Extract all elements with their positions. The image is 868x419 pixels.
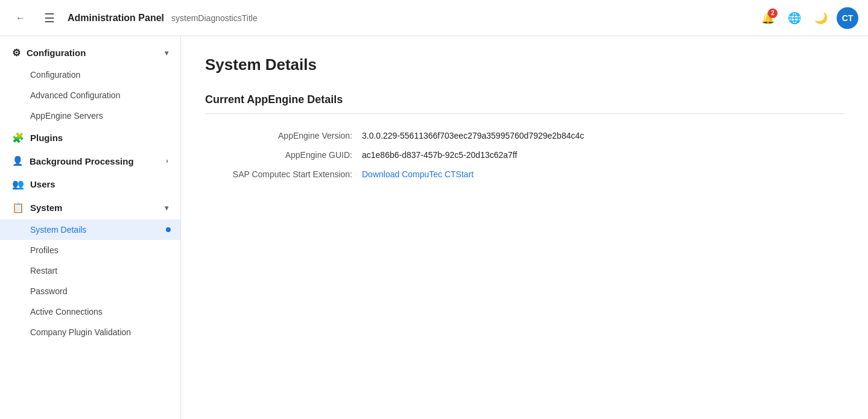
sidebar-item-appengine-servers[interactable]: AppEngine Servers — [0, 106, 180, 126]
configuration-items: Configuration Advanced Configuration App… — [0, 65, 180, 126]
configuration-icon: ⚙ — [12, 47, 21, 58]
detail-label-guid: AppEngine GUID: — [205, 150, 362, 160]
detail-label-ctstart: SAP Computec Start Extension: — [205, 169, 362, 179]
detail-label-version: AppEngine Version: — [205, 131, 362, 140]
system-label: System — [30, 203, 62, 213]
menu-button[interactable]: ☰ — [39, 7, 60, 29]
sidebar-item-system-details[interactable]: System Details — [0, 219, 180, 240]
notification-badge: 2 — [768, 8, 778, 18]
header: ← ☰ Administration Panel systemDiagnosti… — [0, 0, 868, 36]
configuration-chevron: ▾ — [165, 49, 168, 57]
download-ctstart-link[interactable]: Download CompuTec CTStart — [362, 169, 474, 179]
avatar[interactable]: CT — [837, 7, 858, 29]
bg-processing-label: Background Processing — [30, 156, 134, 166]
bg-processing-left: 👤 Background Processing — [12, 156, 134, 166]
users-icon: 👥 — [12, 178, 24, 190]
detail-row-guid: AppEngine GUID: ac1e86b6-d837-457b-92c5-… — [205, 145, 844, 165]
sidebar-item-restart[interactable]: Restart — [0, 260, 180, 281]
system-items: System Details Profiles Restart Password… — [0, 219, 180, 342]
bg-processing-icon: 👤 — [12, 156, 24, 166]
sidebar-section-configuration[interactable]: ⚙ Configuration ▾ — [0, 41, 180, 65]
users-left: 👥 Users — [12, 178, 55, 190]
system-chevron: ▾ — [165, 204, 168, 212]
header-title: Administration Panel — [68, 13, 164, 24]
sidebar: ⚙ Configuration ▾ Configuration Advanced… — [0, 36, 181, 419]
sidebar-item-profiles[interactable]: Profiles — [0, 240, 180, 260]
detail-row-version: AppEngine Version: 3.0.0.229-55611366f70… — [205, 126, 844, 145]
header-left: ← ☰ Administration Panel systemDiagnosti… — [10, 7, 750, 29]
theme-button[interactable]: 🌙 — [810, 7, 832, 29]
sidebar-section-plugins[interactable]: 🧩 Plugins — [0, 126, 180, 150]
globe-button[interactable]: 🌐 — [784, 7, 805, 29]
back-icon: ← — [16, 13, 25, 24]
sidebar-section-background-processing[interactable]: 👤 Background Processing › — [0, 150, 180, 172]
sidebar-section-system[interactable]: 📋 System ▾ — [0, 196, 180, 219]
back-button[interactable]: ← — [10, 7, 31, 29]
page-title: System Details — [205, 55, 844, 74]
system-left: 📋 System — [12, 202, 62, 213]
menu-icon: ☰ — [44, 11, 55, 25]
sidebar-item-configuration[interactable]: Configuration — [0, 65, 180, 85]
sidebar-item-active-connections[interactable]: Active Connections — [0, 301, 180, 322]
plugins-label: Plugins — [30, 133, 63, 143]
globe-icon: 🌐 — [788, 11, 801, 25]
section-title: Current AppEngine Details — [205, 93, 844, 114]
detail-row-ctstart: SAP Computec Start Extension: Download C… — [205, 165, 844, 184]
detail-value-guid: ac1e86b6-d837-457b-92c5-20d13c62a7ff — [362, 150, 517, 160]
detail-value-version: 3.0.0.229-55611366f703eec279a35995760d79… — [362, 131, 584, 140]
system-icon: 📋 — [12, 202, 24, 213]
sidebar-item-password[interactable]: Password — [0, 281, 180, 301]
sidebar-section-users[interactable]: 👥 Users — [0, 172, 180, 196]
header-subtitle: systemDiagnosticsTitle — [171, 13, 258, 23]
plugins-left: 🧩 Plugins — [12, 132, 63, 143]
moon-icon: 🌙 — [814, 11, 828, 25]
section-card: Current AppEngine Details AppEngine Vers… — [205, 93, 844, 184]
users-label: Users — [30, 179, 55, 189]
detail-value-ctstart: Download CompuTec CTStart — [362, 169, 474, 179]
layout: ⚙ Configuration ▾ Configuration Advanced… — [0, 36, 868, 419]
plugins-icon: 🧩 — [12, 132, 24, 143]
header-icons: 🔔 2 🌐 🌙 CT — [757, 7, 858, 29]
bg-processing-chevron: › — [166, 157, 168, 165]
configuration-label: Configuration — [27, 48, 86, 58]
sidebar-item-advanced-configuration[interactable]: Advanced Configuration — [0, 85, 180, 106]
main-content: System Details Current AppEngine Details… — [181, 36, 868, 419]
notification-button[interactable]: 🔔 2 — [757, 7, 779, 29]
content-area: System Details Current AppEngine Details… — [181, 36, 868, 419]
details-table: AppEngine Version: 3.0.0.229-55611366f70… — [205, 126, 844, 184]
sidebar-item-company-plugin-validation[interactable]: Company Plugin Validation — [0, 322, 180, 342]
sidebar-section-left: ⚙ Configuration — [12, 47, 86, 58]
